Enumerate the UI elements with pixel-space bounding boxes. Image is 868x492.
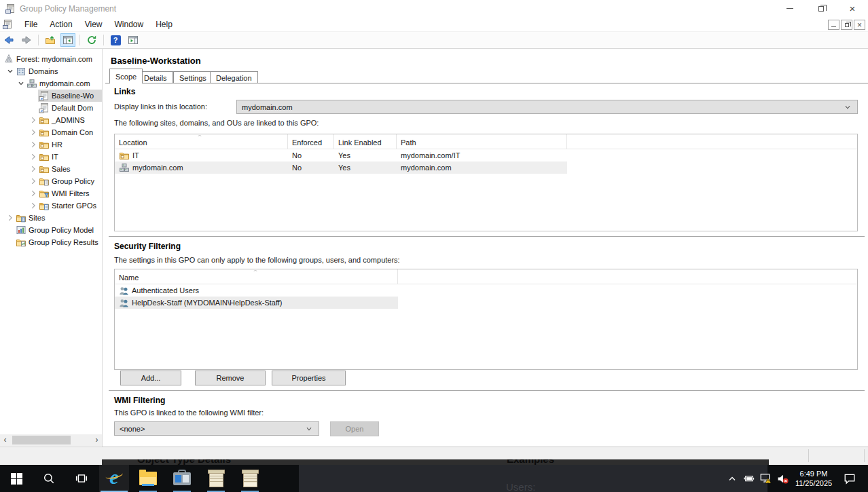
tab-divider xyxy=(105,83,868,83)
section-divider xyxy=(109,236,865,238)
show-console-tree-button[interactable] xyxy=(60,33,75,47)
chevron-closed-icon[interactable] xyxy=(29,176,38,186)
chevron-closed-icon[interactable] xyxy=(29,164,38,174)
forest-icon xyxy=(3,54,14,64)
restore-button[interactable] xyxy=(806,0,837,17)
open-button[interactable]: Open xyxy=(330,421,379,436)
up-one-level-button[interactable] xyxy=(43,33,58,47)
chevron-open-icon[interactable] xyxy=(5,67,15,76)
tree-item-group-policy-objects[interactable]: Group Policy xyxy=(29,175,102,187)
menu-action[interactable]: Action xyxy=(43,18,78,31)
chevron-closed-icon[interactable] xyxy=(29,201,38,210)
tree-item-mydomain[interactable]: mydomain.com xyxy=(16,77,102,90)
menu-view[interactable]: View xyxy=(79,18,109,31)
column-enforced[interactable]: Enforced xyxy=(288,134,334,149)
tree-item-sales[interactable]: Sales xyxy=(29,163,102,175)
start-icon xyxy=(11,473,22,485)
background-window-strip: Object Type Details Examples xyxy=(102,459,769,465)
page-title: Baseline-Workstation xyxy=(111,56,201,66)
menu-file[interactable]: File xyxy=(18,18,43,31)
tree-item-starter-gpos[interactable]: Starter GPOs xyxy=(29,200,102,212)
menu-window[interactable]: Window xyxy=(109,18,150,31)
tab-settings[interactable]: Settings xyxy=(173,71,213,83)
tree-item-wmi-filters[interactable]: WMI Filters xyxy=(29,187,102,200)
sites-folder-icon xyxy=(16,212,26,223)
clock[interactable]: 6:49 PM 11/25/2025 xyxy=(791,465,837,492)
wmi-filter-dropdown[interactable]: <none> xyxy=(114,421,319,436)
tab-details[interactable]: Details xyxy=(138,71,173,83)
remove-button[interactable]: Remove xyxy=(195,371,266,385)
links-row-mydomain[interactable]: mydomain.com No Yes mydomain.com xyxy=(115,162,567,174)
tree-item-forest[interactable]: Forest: mydomain.com xyxy=(3,53,102,65)
column-location[interactable]: Location xyxy=(115,134,288,149)
help-button[interactable]: ? xyxy=(108,33,123,47)
internet-explorer-button[interactable]: e xyxy=(99,465,129,492)
column-path[interactable]: Path xyxy=(397,134,567,149)
tree-item-admins[interactable]: _ADMINS xyxy=(29,114,102,126)
properties-button[interactable]: Properties xyxy=(272,371,346,385)
forward-button[interactable] xyxy=(19,33,34,47)
tree-item-domains[interactable]: Domains xyxy=(5,65,102,77)
tree-scrollbar-thumb[interactable] xyxy=(12,436,71,444)
column-name[interactable]: Name xyxy=(115,269,398,284)
battery-status[interactable] xyxy=(740,465,757,492)
tree-item-baseline-workstation[interactable]: Baseline-Wo xyxy=(29,90,102,102)
mdi-minimize-button[interactable] xyxy=(828,20,839,30)
mmc-console-button-2[interactable] xyxy=(235,465,265,492)
menu-bar: File Action View Window Help xyxy=(0,17,868,32)
background-heading-examples: Examples xyxy=(507,459,554,465)
tree-item-hr[interactable]: HR xyxy=(29,138,102,151)
action-center-button[interactable] xyxy=(839,465,860,492)
file-explorer-icon xyxy=(139,472,157,485)
mdi-window-controls: × xyxy=(828,20,865,30)
show-action-pane-button[interactable] xyxy=(126,33,141,47)
refresh-button[interactable] xyxy=(84,33,99,47)
tab-scope[interactable]: Scope xyxy=(109,69,143,83)
scroll-right-icon[interactable]: › xyxy=(92,434,102,446)
close-button[interactable]: × xyxy=(837,0,868,17)
start-button[interactable] xyxy=(0,465,33,492)
chevron-closed-icon[interactable] xyxy=(29,115,38,125)
column-link-enabled[interactable]: Link Enabled xyxy=(334,134,397,149)
file-explorer-button[interactable] xyxy=(133,465,163,492)
chevron-closed-icon[interactable] xyxy=(5,213,15,223)
tree-item-group-policy-modeling[interactable]: Group Policy Model xyxy=(5,224,102,236)
tray-expand-button[interactable] xyxy=(724,465,740,492)
server-manager-button[interactable] xyxy=(167,465,197,492)
links-row-it[interactable]: IT No Yes mydomain.com/IT xyxy=(115,149,857,162)
tree-item-sites[interactable]: Sites xyxy=(5,212,102,224)
add-button[interactable]: Add... xyxy=(120,371,181,385)
volume-status[interactable] xyxy=(774,465,791,492)
tree-item-default-domain-policy[interactable]: Default Dom xyxy=(29,102,102,114)
location-dropdown[interactable]: mydomain.com xyxy=(236,100,858,114)
wmi-folder-icon xyxy=(39,188,50,199)
tree-item-group-policy-results[interactable]: Group Policy Results xyxy=(5,236,102,248)
tree-item-domain-controllers[interactable]: Domain Con xyxy=(29,126,102,138)
menu-help[interactable]: Help xyxy=(149,18,179,31)
tree-item-it[interactable]: IT xyxy=(29,151,102,163)
task-view-button[interactable] xyxy=(65,465,98,492)
tab-delegation[interactable]: Delegation xyxy=(210,71,258,83)
chevron-closed-icon[interactable] xyxy=(29,140,38,149)
gpmc-app-icon xyxy=(5,3,16,14)
network-status[interactable] xyxy=(757,465,774,492)
mdi-restore-button[interactable] xyxy=(841,20,852,30)
scroll-left-icon[interactable]: ‹ xyxy=(0,434,10,446)
section-divider xyxy=(109,390,865,392)
chevron-closed-icon[interactable] xyxy=(29,128,38,137)
chevron-closed-icon[interactable] xyxy=(29,152,38,162)
chevron-open-icon[interactable] xyxy=(16,79,26,88)
minimize-button[interactable] xyxy=(774,0,806,17)
back-button[interactable] xyxy=(1,33,16,47)
mdi-close-button[interactable]: × xyxy=(854,20,865,30)
search-button[interactable] xyxy=(33,465,65,492)
chevron-closed-icon[interactable] xyxy=(29,189,38,198)
network-warning-icon xyxy=(759,472,772,485)
ou-folder-icon xyxy=(39,139,50,150)
security-row-authenticated-users[interactable]: Authenticated Users xyxy=(115,284,857,297)
taskbar-translucent-band: Users: xyxy=(299,465,767,492)
background-users-label: Users: xyxy=(506,481,535,492)
security-row-helpdesk-staff[interactable]: HelpDesk-Staff (MYDOMAIN\HelpDesk-Staff) xyxy=(115,297,857,309)
mmc-console-button[interactable] xyxy=(201,465,231,492)
starter-gpo-folder-icon xyxy=(39,200,50,211)
